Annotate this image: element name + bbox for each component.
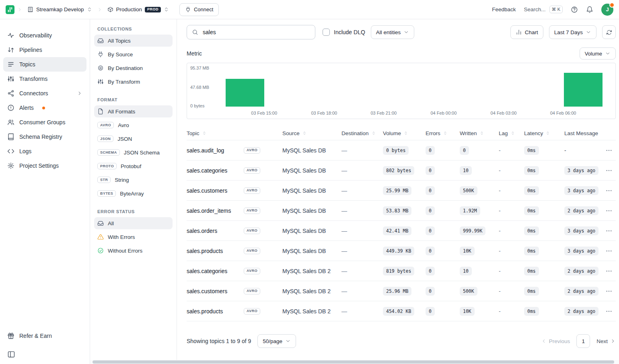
format-badge: AVRO — [244, 288, 260, 294]
collection-filter-by-source[interactable]: By Source — [94, 48, 173, 60]
gift-icon — [7, 332, 14, 339]
errors-value: 0 — [426, 206, 435, 215]
format-filter-protobuf[interactable]: PROTO Protobuf — [94, 160, 173, 172]
latency-value: 0ms — [524, 186, 539, 195]
format-badge: AVRO — [244, 268, 260, 274]
row-actions-button[interactable] — [604, 306, 614, 317]
panel-icon — [7, 350, 15, 358]
sidebar-item-schema-registry[interactable]: Schema Registry — [3, 130, 86, 144]
column-header-written[interactable]: Written — [460, 126, 499, 140]
table-row-sales-products[interactable]: sales.products AVRO MySQL Sales DB — 449… — [187, 241, 616, 261]
table-row-sales-audit-log[interactable]: sales.audit_log AVRO MySQL Sales DB — 0 … — [187, 140, 616, 160]
row-actions-button[interactable] — [604, 286, 614, 296]
metric-select[interactable]: Volume — [580, 47, 616, 60]
row-actions-button[interactable] — [604, 206, 614, 216]
error-status-filter-with-errors[interactable]: With Errors — [94, 231, 173, 243]
global-search-button[interactable]: Search... ⌘ K — [524, 6, 563, 13]
connect-button[interactable]: Connect — [179, 3, 219, 16]
sidebar-item-refer-earn[interactable]: Refer & Earn — [3, 329, 86, 343]
table-row-sales-categories[interactable]: sales.categories AVRO MySQL Sales DB — 8… — [187, 160, 616, 180]
environment-switcher[interactable]: Production PROD — [105, 5, 171, 14]
page-size-select[interactable]: 50/page — [257, 334, 296, 348]
table-row-sales-orders[interactable]: sales.orders AVRO MySQL Sales DB — 42.41… — [187, 220, 616, 241]
column-header-errors[interactable]: Errors — [426, 126, 460, 140]
row-actions-button[interactable] — [604, 246, 614, 256]
table-row-sales-order-items[interactable]: sales.order_items AVRO MySQL Sales DB — … — [187, 200, 616, 220]
sidebar-item-observability[interactable]: Observability — [3, 28, 86, 43]
collapse-sidebar-button[interactable] — [3, 349, 19, 360]
column-header-latency[interactable]: Latency — [524, 126, 564, 140]
feedback-button[interactable]: Feedback — [492, 6, 516, 12]
collection-filter-all-topics[interactable]: All Topics — [94, 35, 173, 47]
sidebar-item-consumer-groups[interactable]: Consumer Groups — [3, 115, 86, 130]
notifications-button[interactable] — [586, 6, 593, 13]
file-icon — [97, 108, 104, 115]
sidebar-item-project-settings[interactable]: Project Settings — [3, 158, 86, 173]
format-filter-all-formats[interactable]: All Formats — [94, 105, 173, 117]
column-header-topic[interactable]: Topic — [187, 126, 282, 140]
chevron-right-icon — [77, 90, 82, 96]
volume-bar[interactable] — [564, 73, 603, 107]
help-button[interactable] — [571, 6, 578, 13]
last-message-value: 3 days ago — [564, 247, 598, 255]
format-filter-json[interactable]: JSON JSON — [94, 133, 173, 145]
sidebar-item-topics[interactable]: Topics — [3, 57, 86, 72]
row-actions-button[interactable] — [604, 185, 614, 196]
avatar[interactable]: J — [601, 4, 613, 16]
column-header-destination[interactable]: Destination — [341, 126, 383, 140]
sidebar-item-alerts[interactable]: Alerts — [3, 101, 86, 115]
format-filter-avro[interactable]: AVRO Avro — [94, 119, 173, 131]
chart-toggle-button[interactable]: Chart — [510, 25, 543, 39]
table-row-sales-products[interactable]: sales.products AVRO MySQL Sales DB 2 — 4… — [187, 301, 616, 321]
volume-bar[interactable] — [226, 79, 264, 107]
table-row-sales-customers[interactable]: sales.customers AVRO MySQL Sales DB 2 — … — [187, 281, 616, 301]
row-actions-button[interactable] — [604, 145, 614, 156]
table-row-sales-categories[interactable]: sales.categories AVRO MySQL Sales DB 2 —… — [187, 261, 616, 281]
lag-value: - — [499, 288, 524, 294]
streamkap-logo[interactable] — [6, 5, 14, 14]
page-number-button[interactable]: 1 — [576, 334, 590, 348]
column-header-volume[interactable]: Volume — [383, 126, 426, 140]
dots-icon — [605, 247, 613, 255]
volume-chart: 95.37 MB 47.68 MB 0 bytes 03 Feb 15:0003… — [187, 63, 616, 119]
entities-select[interactable]: All entities — [371, 25, 415, 39]
scrollbar-thumb[interactable] — [93, 360, 614, 364]
error-status-filter-all[interactable]: All — [94, 217, 173, 229]
org-name: Streamkap Develop — [36, 6, 84, 12]
next-page-button[interactable]: Next — [596, 338, 616, 344]
format-badge: BYTES — [97, 190, 116, 197]
sidebar-item-connectors[interactable]: Connectors — [3, 86, 86, 101]
column-header-source[interactable]: Source — [282, 126, 341, 140]
error-status-filter-without-errors[interactable]: Without Errors — [94, 245, 173, 257]
topic-search[interactable] — [187, 25, 315, 39]
format-filter-bytearray[interactable]: BYTES ByteArray — [94, 187, 173, 199]
written-value: 10 — [460, 267, 472, 276]
volume-value: 0 bytes — [383, 146, 409, 155]
chevron-right-icon — [610, 338, 616, 344]
row-actions-button[interactable] — [604, 266, 614, 276]
format-filter-json-schema[interactable]: SCHEMA JSON Schema — [94, 146, 173, 158]
topic-search-input[interactable] — [202, 29, 310, 36]
horizontal-scrollbar[interactable] — [90, 360, 619, 364]
column-header[interactable] — [600, 126, 616, 140]
collection-filter-by-destination[interactable]: By Destination — [94, 62, 173, 74]
date-range-select[interactable]: Last 7 Days — [549, 25, 596, 39]
include-dlq-checkbox[interactable] — [323, 29, 330, 36]
column-header-last-message[interactable]: Last Message — [564, 126, 600, 140]
collection-filter-by-transform[interactable]: By Transform — [94, 76, 173, 88]
org-switcher[interactable]: Streamkap Develop — [25, 5, 95, 14]
refresh-button[interactable] — [602, 25, 616, 39]
previous-page-button[interactable]: Previous — [541, 338, 570, 344]
table-row-sales-customers[interactable]: sales.customers AVRO MySQL Sales DB — 25… — [187, 180, 616, 200]
sidebar-item-transforms[interactable]: Transforms — [3, 72, 86, 86]
sidebar-item-logs[interactable]: Logs — [3, 144, 86, 158]
sidebar-item-pipelines[interactable]: Pipelines — [3, 43, 86, 57]
row-actions-button[interactable] — [604, 226, 614, 236]
format-filter-string[interactable]: STR String — [94, 174, 173, 186]
include-dlq-toggle[interactable]: Include DLQ — [323, 29, 365, 36]
row-actions-button[interactable] — [604, 165, 614, 176]
results-summary: Showing topics 1 to 9 of 9 — [187, 338, 251, 344]
sidebar-item-label: Project Settings — [19, 162, 59, 169]
column-header-lag[interactable]: Lag — [499, 126, 524, 140]
errors-value: 0 — [426, 267, 435, 276]
